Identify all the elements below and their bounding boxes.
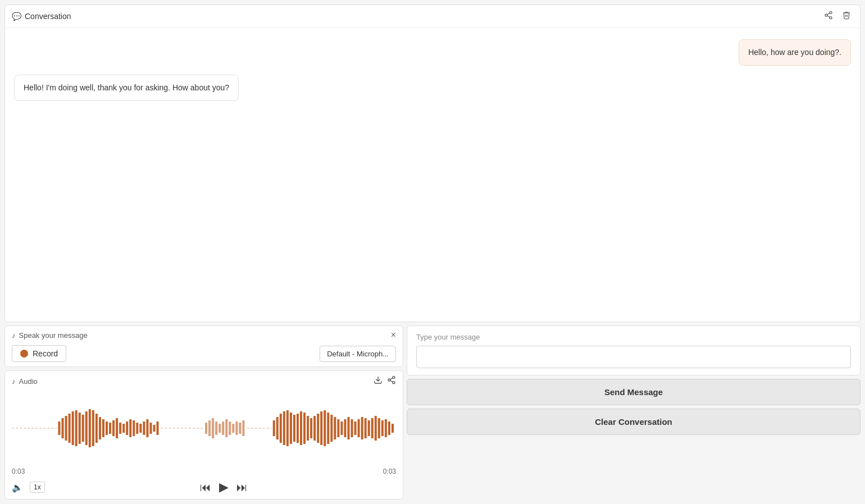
speak-close-button[interactable]: × — [391, 331, 396, 340]
speak-controls: Record Default - Microph... — [12, 345, 396, 362]
svg-rect-17 — [75, 410, 78, 446]
svg-rect-58 — [280, 414, 282, 443]
svg-rect-30 — [119, 423, 121, 434]
bottom-section: ♪ Speak your message × Record Default - … — [4, 326, 861, 500]
audio-share-button[interactable] — [387, 375, 396, 387]
user-message-text: Hello, how are you doing?. — [748, 48, 841, 57]
fast-forward-button[interactable]: ⏭ — [236, 481, 248, 494]
clear-conversation-button[interactable]: Clear Conversation — [407, 409, 861, 435]
svg-rect-74 — [334, 417, 336, 439]
svg-rect-38 — [146, 419, 148, 437]
messages-area: Hello, how are you doing?. Hello! I'm do… — [5, 28, 860, 322]
waveform-container[interactable]: // We'll draw the bars via inline SVG di… — [12, 391, 396, 465]
conversation-header: 💬 Conversation — [5, 5, 860, 28]
svg-point-1 — [825, 14, 827, 16]
svg-rect-49 — [225, 419, 227, 437]
svg-rect-35 — [136, 423, 138, 434]
assistant-message-text: Hello! I'm doing well, thank you for ask… — [24, 83, 229, 92]
svg-rect-15 — [69, 414, 71, 443]
speak-title: ♪ Speak your message — [12, 331, 88, 340]
volume-button[interactable]: 🔈 — [12, 482, 23, 493]
svg-rect-78 — [347, 417, 349, 439]
svg-rect-20 — [85, 411, 88, 445]
svg-rect-70 — [320, 411, 322, 445]
svg-rect-63 — [297, 414, 299, 443]
svg-rect-44 — [208, 420, 211, 436]
play-button[interactable]: ▶ — [219, 480, 229, 494]
svg-rect-19 — [82, 415, 84, 442]
svg-rect-29 — [116, 418, 118, 438]
speed-button[interactable]: 1x — [30, 482, 45, 493]
send-label: Send Message — [604, 387, 663, 397]
svg-rect-72 — [327, 413, 329, 444]
record-label: Record — [33, 349, 58, 358]
svg-rect-69 — [317, 414, 319, 443]
header-actions — [822, 10, 853, 23]
svg-rect-89 — [385, 419, 387, 437]
speak-panel: ♪ Speak your message × Record Default - … — [4, 326, 403, 367]
audio-icon: ♪ — [12, 377, 16, 386]
svg-rect-60 — [286, 410, 289, 446]
svg-rect-51 — [232, 424, 234, 433]
svg-point-2 — [830, 17, 832, 19]
svg-rect-37 — [143, 421, 145, 435]
conversation-title-label: Conversation — [25, 12, 71, 21]
svg-rect-71 — [324, 410, 326, 446]
svg-rect-59 — [283, 411, 285, 445]
time-end: 0:03 — [383, 468, 396, 475]
delete-button[interactable] — [840, 10, 853, 23]
svg-rect-91 — [391, 424, 394, 433]
svg-rect-39 — [149, 423, 152, 434]
svg-line-3 — [827, 16, 830, 17]
svg-rect-26 — [106, 421, 108, 435]
svg-point-8 — [393, 382, 395, 384]
svg-line-4 — [827, 13, 830, 15]
svg-rect-80 — [354, 421, 357, 435]
message-input[interactable] — [416, 346, 851, 368]
svg-rect-47 — [218, 424, 221, 433]
svg-rect-22 — [92, 410, 94, 446]
audio-actions — [374, 375, 396, 387]
rewind-button[interactable]: ⏮ — [200, 481, 211, 494]
conversation-panel: 💬 Conversation Hello, how are you doing?… — [4, 4, 861, 322]
playback-controls: 🔈 1x ⏮ ▶ ⏭ — [12, 480, 396, 494]
send-message-button[interactable]: Send Message — [407, 379, 861, 405]
svg-rect-32 — [126, 421, 128, 435]
type-message-panel: Type your message — [407, 326, 861, 375]
user-message: Hello, how are you doing?. — [739, 39, 851, 66]
svg-point-7 — [388, 379, 390, 381]
svg-rect-65 — [303, 413, 306, 444]
svg-rect-16 — [72, 411, 74, 445]
microphone-select[interactable]: Default - Microph... — [320, 346, 396, 362]
svg-rect-33 — [129, 419, 131, 437]
svg-rect-64 — [300, 411, 302, 445]
svg-rect-14 — [65, 416, 67, 441]
svg-rect-76 — [340, 421, 343, 435]
type-label: Type your message — [416, 333, 851, 341]
svg-line-9 — [390, 381, 393, 382]
svg-rect-13 — [62, 418, 64, 438]
svg-rect-75 — [337, 419, 339, 437]
svg-rect-25 — [102, 419, 104, 437]
speak-header: ♪ Speak your message × — [12, 331, 396, 340]
svg-point-6 — [393, 376, 395, 378]
svg-rect-61 — [290, 413, 292, 444]
svg-rect-66 — [307, 416, 309, 441]
time-row: 0:03 0:03 — [12, 468, 396, 475]
svg-rect-23 — [95, 414, 98, 443]
svg-rect-40 — [153, 425, 155, 432]
svg-rect-45 — [212, 418, 214, 438]
right-panel: Type your message Send Message Clear Con… — [407, 326, 861, 500]
svg-rect-28 — [112, 420, 115, 436]
svg-rect-54 — [242, 420, 244, 436]
microphone-label: Default - Microph... — [327, 350, 389, 358]
download-button[interactable] — [374, 375, 383, 387]
waveform-svg: // We'll draw the bars via inline SVG di… — [12, 406, 396, 451]
svg-rect-62 — [293, 415, 295, 442]
svg-rect-50 — [229, 421, 231, 435]
svg-rect-57 — [276, 417, 279, 439]
share-button[interactable] — [822, 10, 835, 23]
audio-panel: ♪ Speak your message × Record Default - … — [4, 326, 403, 500]
record-button[interactable]: Record — [12, 345, 66, 362]
svg-point-0 — [830, 11, 832, 13]
